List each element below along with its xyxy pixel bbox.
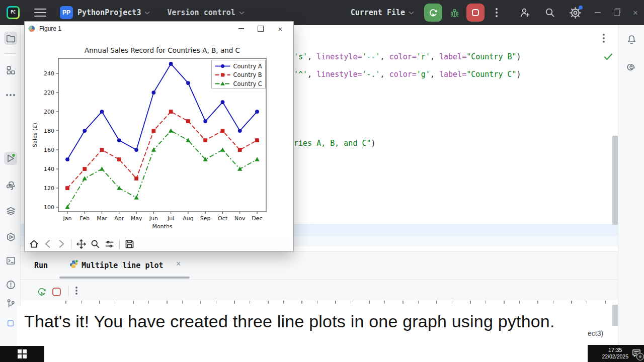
tab-close-icon[interactable]: ×	[176, 259, 181, 268]
notification-dot	[578, 5, 583, 10]
zoom-icon[interactable]	[90, 239, 101, 249]
run-tab-label[interactable]: Multiple line plot	[82, 261, 164, 270]
figure-maximize-button[interactable]	[251, 22, 270, 36]
configure-subplots-icon[interactable]	[104, 239, 115, 249]
save-icon[interactable]	[124, 239, 135, 249]
svg-text:Feb: Feb	[80, 215, 90, 222]
search-icon[interactable]	[544, 7, 556, 19]
run-config-selector[interactable]: Current File	[351, 8, 405, 17]
code-line[interactable]: 's', linestyle='--', color='r', label="C…	[294, 52, 521, 62]
chevron-down-icon[interactable]	[144, 11, 150, 15]
chevron-down-icon[interactable]	[409, 11, 414, 15]
svg-text:100: 100	[44, 204, 54, 211]
notification-count-badge: 9	[636, 353, 644, 360]
run-tool-window: Run Multiple line plot ×	[20, 251, 618, 300]
back-icon[interactable]	[43, 239, 53, 249]
figure-close-button[interactable]: ×	[271, 22, 290, 36]
svg-text:May: May	[131, 215, 142, 222]
code-line[interactable]: ries A, B, and C")	[294, 138, 376, 148]
window-minimize-button[interactable]	[595, 12, 601, 13]
taskbar-clock[interactable]: 17:35 22/02/2025	[602, 347, 628, 360]
svg-text:Apr: Apr	[114, 215, 124, 222]
pycharm-window: PC PP PythonProject3 Version control Cur…	[0, 0, 644, 362]
rerun-console-icon[interactable]	[36, 286, 47, 297]
console-options-kebab-icon[interactable]	[75, 290, 77, 292]
svg-text:Jan: Jan	[63, 215, 72, 222]
svg-text:Country B: Country B	[233, 71, 262, 78]
figure-toolbar	[25, 237, 293, 251]
svg-text:220: 220	[44, 89, 54, 96]
main-menu-icon[interactable]	[34, 9, 46, 17]
svg-text:140: 140	[44, 166, 54, 172]
svg-text:Dec: Dec	[252, 215, 262, 222]
notification-center-icon[interactable]: 9	[631, 348, 642, 359]
project-badge[interactable]: PP	[60, 6, 73, 19]
add-user-icon[interactable]	[519, 7, 531, 19]
svg-text:240: 240	[44, 70, 54, 77]
terminal-tool-icon[interactable]	[4, 254, 17, 267]
more-actions-kebab-icon[interactable]	[488, 4, 506, 22]
project-name[interactable]: PythonProject3	[77, 8, 141, 17]
figure-canvas[interactable]: Annual Sales Record for Countries A, B, …	[25, 36, 293, 237]
svg-text:Sales (£): Sales (£)	[32, 123, 38, 147]
taskbar-tray[interactable]: 17:35 22/02/2025 9	[588, 345, 644, 362]
code-line[interactable]: '^', linestyle='-.', color='g', label="C…	[294, 69, 521, 79]
svg-text:Jul: Jul	[167, 215, 174, 222]
status-bar-fragment: ect3)	[588, 329, 603, 337]
figure-minimize-button[interactable]	[231, 22, 251, 36]
chevron-down-icon[interactable]	[239, 11, 245, 15]
stop-console-icon[interactable]	[52, 287, 61, 297]
figure-titlebar[interactable]: Figure 1 ×	[25, 22, 293, 36]
svg-text:180: 180	[44, 128, 54, 134]
figure-app-icon	[28, 25, 35, 32]
settings-icon[interactable]	[569, 7, 582, 19]
svg-text:Nov: Nov	[234, 215, 246, 222]
editor-options-kebab-icon[interactable]	[603, 37, 605, 39]
forward-icon[interactable]	[56, 239, 66, 249]
svg-text:200: 200	[44, 109, 54, 115]
right-tool-rail	[618, 25, 644, 346]
taskbar-time: 17:35	[602, 347, 628, 354]
run-panel-label[interactable]: Run	[34, 261, 48, 270]
windows-logo-icon	[18, 349, 27, 358]
git-branch-icon[interactable]	[4, 297, 17, 310]
debug-button[interactable]	[445, 4, 463, 22]
window-close-button[interactable]: ×	[633, 9, 638, 17]
svg-text:Country C: Country C	[233, 80, 262, 87]
active-tab-indicator	[59, 277, 190, 279]
svg-text:Jun: Jun	[149, 215, 158, 222]
more-tools-icon[interactable]	[4, 88, 17, 102]
python-packages-icon[interactable]	[4, 179, 17, 192]
console-output-clipped	[65, 301, 609, 304]
svg-text:Aug: Aug	[183, 215, 193, 222]
vcs-menu[interactable]: Version control	[167, 8, 235, 17]
problems-tool-icon[interactable]	[4, 278, 17, 291]
notifications-bell-icon[interactable]	[625, 33, 638, 46]
matplotlib-figure-window[interactable]: Figure 1 × Annual Sales Record for Count…	[24, 21, 294, 251]
editor-scrollbar[interactable]	[612, 136, 618, 225]
svg-text:Oct: Oct	[218, 215, 228, 222]
python-file-icon	[69, 259, 78, 269]
run-anything-hexagon-icon[interactable]	[4, 230, 17, 243]
rerun-button[interactable]	[424, 4, 442, 22]
svg-text:Sep: Sep	[200, 215, 211, 222]
structure-tool-icon[interactable]	[4, 63, 17, 76]
taskbar-date: 22/02/2025	[602, 353, 628, 360]
services-layers-icon[interactable]	[4, 204, 17, 217]
window-restore-button[interactable]	[614, 10, 620, 16]
figure-title: Figure 1	[39, 25, 61, 32]
home-icon[interactable]	[29, 239, 39, 249]
windows-start-button[interactable]	[0, 346, 44, 362]
pycharm-logo-icon: PC	[7, 6, 20, 19]
ai-assistant-icon[interactable]	[625, 59, 638, 72]
svg-text:160: 160	[44, 147, 54, 153]
stop-button[interactable]	[466, 4, 485, 22]
svg-text:Annual Sales Record for Countr: Annual Sales Record for Countries A, B, …	[85, 46, 240, 54]
run-tool-icon[interactable]	[4, 152, 17, 165]
svg-text:Mar: Mar	[97, 215, 107, 222]
pan-icon[interactable]	[76, 239, 87, 249]
project-tool-icon[interactable]	[4, 32, 17, 45]
blue-square-icon[interactable]	[4, 317, 17, 330]
inspection-ok-check-icon[interactable]	[604, 53, 613, 61]
tutorial-caption: That's it! You have created three line p…	[17, 306, 585, 358]
